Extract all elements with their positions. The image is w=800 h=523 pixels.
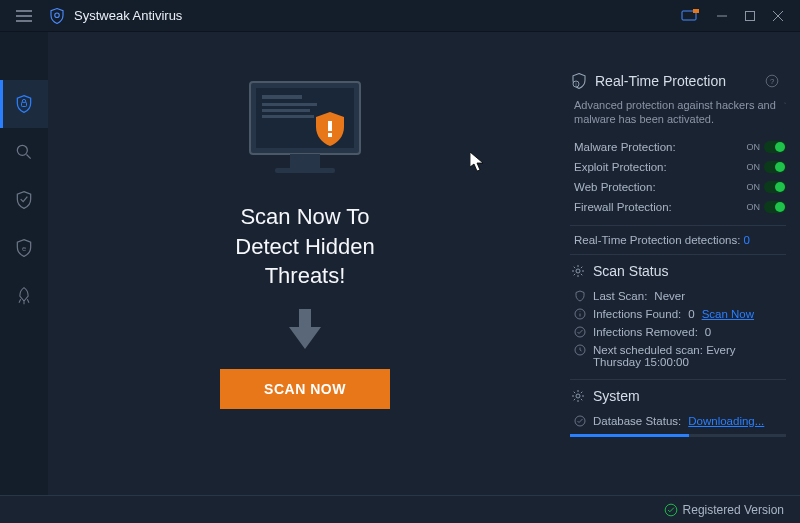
app-logo-icon <box>48 7 66 25</box>
titlebar: Systweak Antivirus <box>0 0 800 32</box>
svg-text:?: ? <box>770 77 774 86</box>
check-circle-icon <box>664 503 678 517</box>
sidebar: e <box>0 32 48 495</box>
separator <box>570 379 786 380</box>
nav-shield[interactable] <box>0 80 48 128</box>
gear-icon <box>570 388 586 404</box>
prot-web: Web Protection:ON <box>570 177 786 197</box>
shield-check-icon <box>14 190 34 210</box>
menu-button[interactable] <box>0 0 48 32</box>
toggle-firewall[interactable] <box>764 201 786 213</box>
svg-point-25 <box>576 394 580 398</box>
maximize-icon <box>745 11 755 21</box>
hero-panel: Scan Now To Detect Hidden Threats! SCAN … <box>48 32 562 495</box>
minimize-icon <box>717 11 727 21</box>
hero-line3: Threats! <box>235 261 374 291</box>
prot-firewall: Firewall Protection:ON <box>570 197 786 217</box>
rocket-icon <box>14 286 34 306</box>
rtp-description-row[interactable]: Advanced protection against hackers and … <box>570 98 786 127</box>
footer: Registered Version <box>0 495 800 523</box>
toggle-web[interactable] <box>764 181 786 193</box>
rtp-title: Real-Time Protection <box>595 73 726 89</box>
content: Scan Now To Detect Hidden Threats! SCAN … <box>48 32 800 495</box>
separator <box>570 225 786 226</box>
scan-now-button[interactable]: SCAN NOW <box>220 369 390 409</box>
svg-rect-4 <box>22 102 27 106</box>
last-scan-row: Last Scan: Never <box>570 287 786 305</box>
svg-rect-9 <box>262 95 302 99</box>
gear-icon <box>570 263 586 279</box>
svg-point-0 <box>55 13 60 18</box>
nav-protection[interactable] <box>0 176 48 224</box>
shield-lock-icon <box>14 94 34 114</box>
check-circle-icon <box>574 415 586 427</box>
system-title: System <box>593 388 640 404</box>
svg-rect-12 <box>262 115 314 118</box>
infections-found-row: Infections Found: 0 Scan Now <box>570 305 786 323</box>
close-icon <box>773 11 783 21</box>
scan-header: Scan Status <box>570 263 786 279</box>
check-circle-icon <box>574 326 586 338</box>
svg-rect-10 <box>262 103 317 106</box>
toggle-exploit[interactable] <box>764 161 786 173</box>
next-scan-row: Next scheduled scan: Every Thursday 15:0… <box>570 341 786 371</box>
nav-search[interactable] <box>0 128 48 176</box>
system-header: System <box>570 388 786 404</box>
clock-icon <box>574 344 586 356</box>
prot-malware: Malware Protection:ON <box>570 137 786 157</box>
svg-rect-3 <box>746 11 755 20</box>
rtp-description: Advanced protection against hackers and … <box>574 98 778 127</box>
nav-boost[interactable] <box>0 272 48 320</box>
scan-title: Scan Status <box>593 263 669 279</box>
monitor-illustration <box>240 77 370 187</box>
svg-text:e: e <box>22 244 26 253</box>
right-panel: i Real-Time Protection ? Advanced protec… <box>562 32 800 495</box>
shield-e-icon: e <box>14 238 34 258</box>
detections-count: 0 <box>744 234 750 246</box>
separator <box>570 254 786 255</box>
scan-now-link[interactable]: Scan Now <box>702 308 754 320</box>
hero-line1: Scan Now To <box>235 202 374 232</box>
svg-point-5 <box>17 145 27 155</box>
toggle-malware[interactable] <box>764 141 786 153</box>
svg-rect-2 <box>693 9 699 13</box>
help-icon[interactable]: ? <box>765 74 779 88</box>
rtp-detections: Real-Time Protection detections: 0 <box>570 234 786 246</box>
close-button[interactable] <box>764 4 792 28</box>
info-icon <box>574 308 586 320</box>
app-title: Systweak Antivirus <box>74 8 680 23</box>
hamburger-icon <box>16 10 32 22</box>
svg-text:i: i <box>576 82 577 87</box>
cart-icon[interactable] <box>680 9 700 23</box>
footer-label: Registered Version <box>683 503 784 517</box>
svg-rect-14 <box>275 168 335 173</box>
maximize-button[interactable] <box>736 4 764 28</box>
arrow-down-icon <box>288 309 322 349</box>
svg-point-21 <box>576 269 580 273</box>
prot-exploit: Exploit Protection:ON <box>570 157 786 177</box>
shield-info-icon: i <box>570 72 588 90</box>
svg-rect-11 <box>262 109 310 112</box>
search-icon <box>14 142 34 162</box>
db-progress-bar <box>570 434 786 437</box>
chevron-down-icon <box>778 98 786 108</box>
infections-removed-row: Infections Removed: 0 <box>570 323 786 341</box>
svg-rect-13 <box>290 154 320 168</box>
rtp-header: i Real-Time Protection ? <box>570 72 786 90</box>
hero-line2: Detect Hidden <box>235 232 374 262</box>
svg-rect-15 <box>328 121 332 131</box>
main-area: e Scan Now To <box>0 32 800 495</box>
db-status-row: Database Status: Downloading... <box>570 412 786 430</box>
db-status-value: Downloading... <box>688 415 764 427</box>
minimize-button[interactable] <box>708 4 736 28</box>
shield-small-icon <box>574 290 586 302</box>
svg-rect-16 <box>328 133 332 137</box>
hero-headline: Scan Now To Detect Hidden Threats! <box>235 202 374 291</box>
nav-exploit[interactable]: e <box>0 224 48 272</box>
